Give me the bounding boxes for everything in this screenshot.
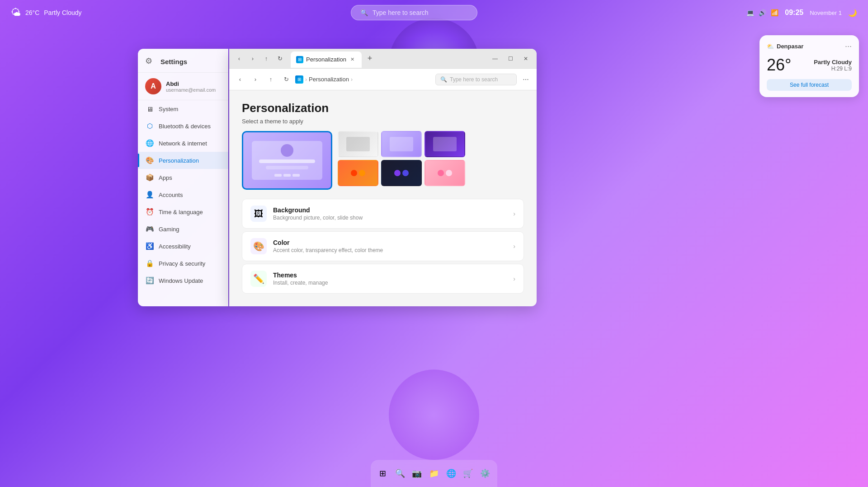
theme-thumb-orange[interactable] — [338, 160, 378, 186]
search-icon: 🔍 — [360, 9, 368, 16]
sidebar-item-network[interactable]: 🌐 Network & internet — [138, 135, 228, 152]
weather-icon: 🌤 — [11, 7, 21, 19]
breadcrumb-icon: ⊞ — [295, 75, 303, 84]
tab-personalization[interactable]: ⊞ Personalization ✕ — [291, 52, 362, 68]
tab-personalization-icon: ⊞ — [296, 56, 303, 63]
color-setting-row[interactable]: 🎨 Color Accent color, transparency effec… — [242, 231, 524, 261]
sidebar-item-accounts[interactable]: 👤 Accounts — [138, 186, 228, 203]
background-sublabel: Background picture, color, slide show — [273, 215, 363, 221]
color-icon: 🎨 — [250, 238, 267, 254]
taskbar-settings[interactable]: ⚙️ — [478, 466, 492, 481]
color-sublabel: Accent color, transparency effect, color… — [273, 247, 383, 253]
themes-setting-row[interactable]: ✏️ Themes Install, create, manage › — [242, 264, 524, 294]
back-button[interactable]: ‹ — [233, 52, 245, 65]
page-title: Personalization — [242, 101, 524, 115]
chevron-right-icon: › — [513, 243, 515, 250]
date-display: November 1 — [810, 9, 842, 16]
weather-widget-header: ⛅ Denpasar ··· — [767, 42, 852, 51]
address-search-box[interactable]: 🔍 Type here to search — [435, 74, 517, 85]
theme-section-label: Select a theme to apply — [242, 118, 524, 125]
theme-thumb-dark[interactable] — [381, 160, 422, 186]
system-icon: 🖥 — [145, 104, 154, 113]
weather-detail: H:29 L:9 — [814, 66, 852, 72]
themes-text: Themes Install, create, manage — [273, 272, 328, 286]
content-area: Personalization Select a theme to apply — [229, 90, 537, 306]
wifi-icon: 📶 — [771, 9, 778, 16]
sidebar-item-label: Accounts — [159, 192, 183, 198]
addr-back-button[interactable]: ‹ — [234, 73, 246, 86]
maximize-button[interactable]: ☐ — [503, 52, 518, 65]
color-label: Color — [273, 239, 383, 246]
color-dot — [402, 170, 409, 176]
night-mode-icon[interactable]: 🌙 — [848, 9, 857, 17]
chevron-right-icon: › — [513, 210, 515, 217]
settings-sidebar: ⚙ Settings A Abdi username@email.com 🖥 S… — [138, 49, 228, 306]
taskbar: ⊞ 🔍 📷 📁 🌐 🛒 ⚙️ — [371, 460, 497, 487]
privacy-icon: 🔒 — [145, 259, 154, 268]
refresh-button[interactable]: ↻ — [274, 52, 286, 65]
address-search-placeholder: Type here to search — [450, 76, 498, 83]
background-icon: 🖼 — [250, 206, 267, 222]
sidebar-item-accessibility[interactable]: ♿ Accessibility — [138, 238, 228, 255]
profile-name: Abdi — [166, 80, 216, 87]
taskbar-start[interactable]: ⊞ — [376, 466, 390, 481]
add-tab-button[interactable]: + — [363, 52, 376, 65]
topbar-right: 💻 🔊 📶 09:25 November 1 🌙 — [746, 9, 857, 17]
theme-thumb-dark-purple[interactable] — [425, 131, 465, 157]
avatar: A — [145, 78, 161, 94]
theme-thumb-light[interactable] — [338, 131, 378, 157]
weather-widget-body: 26° Partly Cloudy H:29 L:9 — [767, 56, 852, 75]
see-full-forecast-button[interactable]: See full forecast — [767, 79, 852, 91]
sidebar-item-windows-update[interactable]: 🔄 Windows Update — [138, 272, 228, 289]
theme-thumb-pink[interactable] — [425, 160, 465, 186]
settings-header: ⚙ Settings — [138, 49, 228, 73]
sidebar-item-label: Network & internet — [159, 140, 207, 147]
weather-widget: ⛅ Denpasar ··· 26° Partly Cloudy H:29 L:… — [760, 35, 859, 97]
mockup-bar-2 — [266, 166, 308, 169]
topbar: 🌤 26°C Partly Cloudy 🔍 Type here to sear… — [0, 0, 868, 25]
background-label: Background — [273, 206, 363, 214]
sidebar-item-time[interactable]: ⏰ Time & language — [138, 203, 228, 220]
up-button[interactable]: ↑ — [260, 52, 273, 65]
addr-refresh-button[interactable]: ↻ — [280, 73, 292, 86]
sidebar-item-apps[interactable]: 📦 Apps — [138, 169, 228, 186]
taskbar-store[interactable]: 🛒 — [462, 466, 475, 481]
tab-close-button[interactable]: ✕ — [349, 56, 356, 63]
minimize-button[interactable]: — — [488, 52, 502, 65]
theme-main-mockup — [252, 141, 322, 180]
taskbar-camera[interactable]: 📷 — [410, 466, 424, 481]
accounts-icon: 👤 — [145, 190, 154, 199]
breadcrumb-separator: › — [305, 76, 307, 83]
taskbar-search[interactable]: 🔍 Type here to search — [351, 5, 477, 20]
background-setting-row[interactable]: 🖼 Background Background picture, color, … — [242, 199, 524, 229]
tab-label: Personalization — [306, 56, 346, 63]
topbar-condition: Partly Cloudy — [44, 9, 81, 16]
forward-button[interactable]: › — [246, 52, 259, 65]
addr-forward-button[interactable]: › — [249, 73, 262, 86]
profile-section[interactable]: A Abdi username@email.com — [138, 73, 228, 100]
weather-widget-more-icon[interactable]: ··· — [845, 42, 852, 51]
more-options-button[interactable]: ··· — [519, 73, 532, 86]
clock: 09:25 — [785, 9, 803, 17]
theme-thumb-purple[interactable] — [381, 131, 422, 157]
sidebar-item-privacy[interactable]: 🔒 Privacy & security — [138, 255, 228, 272]
windows-update-icon: 🔄 — [145, 276, 154, 285]
taskbar-search[interactable]: 🔍 — [393, 466, 407, 481]
close-button[interactable]: ✕ — [519, 52, 533, 65]
color-dot — [394, 170, 401, 176]
sidebar-item-system[interactable]: 🖥 System — [138, 100, 228, 117]
sidebar-item-label: Gaming — [159, 226, 179, 233]
monitor-icon: 💻 — [746, 9, 754, 16]
sidebar-item-gaming[interactable]: 🎮 Gaming — [138, 220, 228, 238]
sidebar-item-bluetooth[interactable]: ⬡ Bluetooth & devices — [138, 117, 228, 135]
thumb-mockup — [390, 137, 413, 151]
address-bar: ‹ › ↑ ↻ ⊞ › Personalization › 🔍 Type her… — [229, 69, 537, 90]
addr-up-button[interactable]: ↑ — [264, 73, 277, 86]
sidebar-item-personalization[interactable]: 🎨 Personalization — [138, 152, 228, 169]
system-tray-icons: 💻 🔊 📶 — [746, 9, 778, 16]
network-icon: 🌐 — [145, 139, 154, 148]
theme-selected[interactable] — [242, 131, 332, 190]
taskbar-files[interactable]: 📁 — [427, 466, 441, 481]
taskbar-browser[interactable]: 🌐 — [444, 466, 458, 481]
gear-icon: ⚙ — [145, 56, 156, 67]
